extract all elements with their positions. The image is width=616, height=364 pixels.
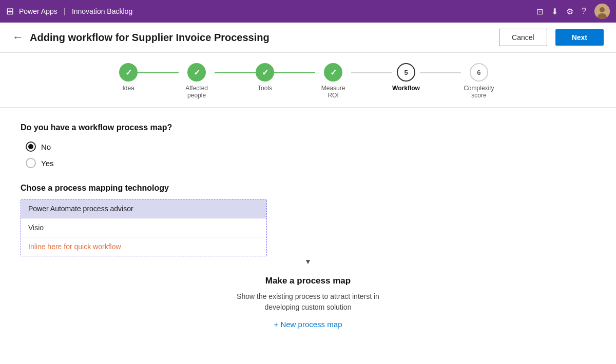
next-button[interactable]: Next bbox=[555, 29, 604, 46]
step-label-idea: Idea bbox=[122, 85, 134, 92]
step-number-workflow: 5 bbox=[404, 69, 408, 76]
process-map-title: Make a process map bbox=[21, 276, 595, 286]
section-name: Innovation Backlog bbox=[72, 7, 132, 15]
back-button[interactable]: ← bbox=[12, 32, 24, 43]
settings-icon[interactable]: ⚙ bbox=[566, 7, 573, 16]
radio-inner-no bbox=[28, 144, 33, 149]
step-label-workflow: Workflow bbox=[392, 85, 420, 92]
avatar[interactable] bbox=[594, 4, 610, 19]
dropdown-option-visio[interactable]: Visio bbox=[21, 218, 266, 237]
step-affected-people: ✓ Affected people bbox=[179, 63, 215, 99]
app-name: Power Apps bbox=[19, 7, 57, 15]
step-label-tools: Tools bbox=[258, 85, 272, 92]
inline-option-label: Inline here for quick workflow bbox=[28, 242, 121, 251]
process-map-desc: Show the existing process to attract int… bbox=[21, 291, 595, 313]
step-circle-tools[interactable]: ✓ bbox=[256, 63, 274, 82]
main-content: Do you have a workflow process map? No Y… bbox=[0, 108, 616, 339]
step-circle-complexity-score[interactable]: 6 bbox=[470, 63, 488, 82]
step-circle-affected-people[interactable]: ✓ bbox=[187, 63, 206, 82]
svg-point-1 bbox=[600, 7, 605, 12]
topbar: ⊞ Power Apps | Innovation Backlog ⊡ ⬇ ⚙ … bbox=[0, 0, 616, 23]
checkmark-tools: ✓ bbox=[262, 68, 268, 77]
step-circle-measure-roi[interactable]: ✓ bbox=[324, 63, 342, 82]
step-workflow: 5 Workflow bbox=[392, 63, 420, 92]
radio-outer-no bbox=[26, 141, 36, 152]
step-measure-roi: ✓ Measure ROI bbox=[315, 63, 351, 99]
page-header: ← Adding workflow for Supplier Invoice P… bbox=[0, 23, 616, 53]
step-label-affected-people: Affected people bbox=[179, 85, 215, 99]
radio-label-no: No bbox=[41, 143, 51, 151]
checkmark-idea: ✓ bbox=[125, 68, 132, 77]
screen-icon[interactable]: ⊡ bbox=[536, 7, 543, 16]
radio-option-yes[interactable]: Yes bbox=[26, 158, 595, 168]
cancel-button[interactable]: Cancel bbox=[499, 29, 547, 46]
step-tools: ✓ Tools bbox=[256, 63, 274, 92]
connector-4-5 bbox=[351, 72, 392, 73]
topbar-separator: | bbox=[64, 7, 66, 16]
grid-icon[interactable]: ⊞ bbox=[6, 6, 14, 17]
step-complexity-score: 6 Complexity score bbox=[461, 63, 497, 99]
step-label-complexity-score: Complexity score bbox=[461, 85, 497, 99]
connector-1-2 bbox=[138, 72, 179, 73]
connector-2-3 bbox=[215, 72, 256, 73]
radio-label-yes: Yes bbox=[41, 159, 53, 168]
dropdown-option-inline[interactable]: Inline here for quick workflow bbox=[21, 237, 266, 256]
workflow-radio-group: No Yes bbox=[21, 141, 595, 168]
topbar-right-actions: ⊡ ⬇ ⚙ ? bbox=[536, 4, 610, 19]
download-icon[interactable]: ⬇ bbox=[551, 7, 558, 16]
visio-option-label: Visio bbox=[28, 224, 44, 232]
selected-option-label: Power Automate process advisor bbox=[28, 205, 133, 213]
radio-option-no[interactable]: No bbox=[26, 141, 595, 152]
checkmark-affected-people: ✓ bbox=[194, 68, 200, 77]
checkmark-measure-roi: ✓ bbox=[330, 68, 337, 77]
workflow-question-label: Do you have a workflow process map? bbox=[21, 123, 595, 132]
help-icon[interactable]: ? bbox=[582, 7, 586, 16]
process-mapping-dropdown[interactable]: Power Automate process advisor Visio Inl… bbox=[21, 199, 267, 256]
radio-outer-yes bbox=[26, 158, 36, 168]
step-number-complexity-score: 6 bbox=[477, 69, 480, 76]
process-map-section: Make a process map Show the existing pro… bbox=[21, 276, 595, 329]
dropdown-arrow: ▼ bbox=[21, 257, 595, 266]
process-mapping-label: Chose a process mapping technology bbox=[21, 184, 595, 193]
stepper: ✓ Idea ✓ Affected people ✓ Tools ✓ Measu… bbox=[0, 53, 616, 108]
new-process-map-button[interactable]: + New process map bbox=[274, 320, 342, 329]
page-title: Adding workflow for Supplier Invoice Pro… bbox=[30, 32, 493, 44]
dropdown-selected-option[interactable]: Power Automate process advisor bbox=[21, 199, 266, 218]
step-idea: ✓ Idea bbox=[119, 63, 138, 92]
step-label-measure-roi: Measure ROI bbox=[315, 85, 351, 99]
connector-5-6 bbox=[420, 72, 461, 73]
step-circle-workflow[interactable]: 5 bbox=[397, 63, 415, 82]
connector-3-4 bbox=[274, 72, 315, 73]
step-circle-idea[interactable]: ✓ bbox=[119, 63, 138, 82]
